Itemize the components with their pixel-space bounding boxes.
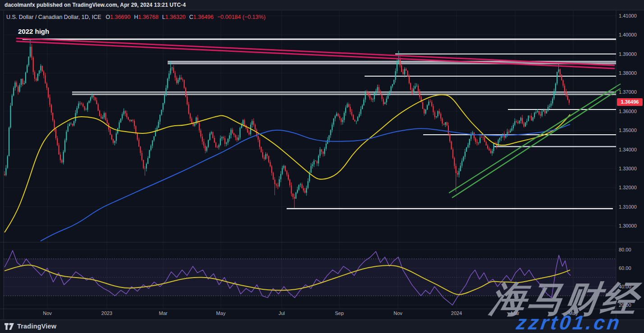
chart-frame: U.S. Dollar / Canadian Dollar, 1D, ICEO1…: [0, 10, 644, 320]
time-tick-label: Jul: [279, 310, 285, 316]
trendline-axis-stub: [616, 84, 621, 87]
ohlc-item: C1.36496: [189, 14, 214, 20]
tradingview-logo-text[interactable]: TradingView: [17, 323, 56, 330]
ohlc-item: O1.36690: [106, 14, 131, 20]
watermark-site: zzrt01.cn: [515, 311, 623, 333]
tradingview-published-chart: dacolmanfx published on TradingView.com,…: [0, 0, 644, 333]
time-tick-label: May: [216, 310, 226, 316]
price-tick-label: 1.32000: [619, 184, 637, 191]
ma-yellow-line[interactable]: [5, 95, 570, 233]
time-tick-label: Mar: [159, 310, 168, 316]
publish-text: dacolmanfx published on TradingView.com,…: [0, 2, 186, 8]
symbol-legend[interactable]: U.S. Dollar / Canadian Dollar, 1D, ICEO1…: [6, 14, 265, 20]
price-tick-label: 1.35000: [619, 127, 637, 133]
time-tick-label: Nov: [393, 310, 402, 316]
ohlc-item: H1.36768: [134, 14, 158, 20]
price-tick-label: 1.37000: [619, 89, 637, 95]
rsi-tick-label: 80.00: [619, 246, 631, 253]
time-tick-label: Nov: [43, 310, 52, 316]
rsi-tick-label: 60.00: [619, 265, 631, 271]
ohlc-values: O1.36690H1.36768L1.36320C1.36496: [106, 14, 218, 20]
price-tick-label: 1.40000: [619, 32, 637, 38]
annotation-2022-high: 2022 high: [18, 27, 49, 35]
horizontal-band[interactable]: [72, 92, 616, 95]
price-tick-label: 1.41000: [619, 13, 637, 19]
chart-canvas[interactable]: [0, 10, 644, 319]
ma-blue-line[interactable]: [41, 124, 570, 241]
price-tick-label: 1.33000: [619, 165, 637, 172]
change-value: −0.00184 (−0.13%): [217, 14, 265, 20]
price-tick-label: 1.30000: [619, 223, 637, 229]
symbol-title: U.S. Dollar / Canadian Dollar, 1D, ICE: [6, 14, 101, 20]
time-tick-label: 2023: [101, 310, 112, 316]
price-tick-label: 1.36000: [619, 108, 637, 114]
time-tick-label: 2024: [451, 310, 462, 316]
price-tick-label: 1.38000: [619, 70, 637, 76]
price-tick-label: 1.34000: [619, 146, 637, 153]
tradingview-logo-icon[interactable]: [5, 323, 14, 330]
time-tick-label: Sep: [335, 310, 344, 316]
publish-bar: dacolmanfx published on TradingView.com,…: [0, 0, 644, 10]
trendline[interactable]: [449, 87, 616, 193]
price-tick-label: 1.39000: [619, 51, 637, 57]
price-tick-label: 1.31000: [619, 204, 637, 210]
ohlc-item: L1.36320: [162, 14, 186, 20]
last-price-badge: 1.36496: [617, 98, 643, 106]
candlestick-series[interactable]: [4, 39, 570, 208]
trendline[interactable]: [17, 41, 614, 68]
